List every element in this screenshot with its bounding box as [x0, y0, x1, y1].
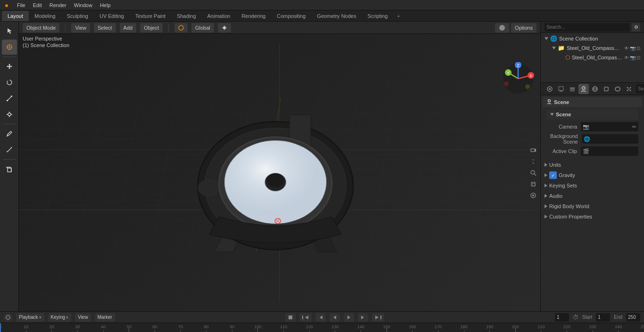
move-tool-button[interactable] — [2, 59, 17, 74]
transform-space-button[interactable]: Global — [191, 23, 214, 32]
camera-view-icon[interactable] — [528, 145, 538, 155]
props-modifier-icon[interactable] — [612, 84, 623, 94]
tab-rendering[interactable]: Rendering — [236, 11, 271, 21]
menu-edit[interactable]: Edit — [29, 0, 46, 10]
tab-animation[interactable]: Animation — [202, 11, 236, 21]
camera-edit-icon[interactable]: ✏ — [632, 124, 636, 130]
props-keying-sets-header[interactable]: Keying Sets — [543, 181, 642, 190]
add-cube-button[interactable] — [2, 162, 17, 177]
step-forward-button[interactable] — [358, 313, 368, 322]
view-menu-button[interactable]: View — [71, 23, 90, 32]
pan-view-icon[interactable] — [528, 156, 538, 167]
props-gravity-header[interactable]: ✓ Gravity — [543, 170, 642, 180]
add-menu-button[interactable]: Add — [120, 23, 137, 32]
select-menu-button[interactable]: Select — [94, 23, 116, 32]
svg-marker-108 — [333, 316, 336, 319]
tab-geometry-nodes[interactable]: Geometry Nodes — [311, 11, 362, 21]
start-frame-input[interactable]: 1 — [596, 313, 610, 322]
background-scene-value[interactable]: 🌐 — [582, 134, 638, 144]
tab-uv-editing[interactable]: UV Editing — [94, 11, 130, 21]
item-1-render-icon[interactable]: 📷 — [630, 55, 636, 60]
props-world-icon[interactable] — [590, 84, 600, 94]
playback-menu-button[interactable]: Playback ▾ — [16, 313, 44, 322]
end-frame-input[interactable]: 250 — [626, 313, 640, 322]
gravity-checkbox[interactable]: ✓ — [549, 171, 557, 179]
svg-point-58 — [198, 179, 219, 195]
item-1-select-icon[interactable]: ⊡ — [636, 55, 640, 60]
viewport-canvas[interactable]: User Perspective (1) Scene Collection X … — [19, 34, 540, 311]
menu-render[interactable]: Render — [46, 0, 70, 10]
menu-window[interactable]: Window — [70, 0, 96, 10]
menu-help[interactable]: Help — [96, 0, 115, 10]
jump-to-end-button[interactable] — [372, 313, 384, 322]
viewport-shading-button[interactable] — [495, 23, 509, 32]
svg-line-46 — [444, 98, 468, 251]
local-view-icon[interactable] — [528, 190, 538, 201]
item-0-render-icon[interactable]: 📷 — [630, 46, 636, 51]
tab-compositing[interactable]: Compositing — [271, 11, 311, 21]
header-sep-2 — [168, 24, 169, 32]
current-frame-input[interactable]: 1 — [555, 313, 569, 322]
item-0-visibility-icon[interactable]: 👁 — [624, 46, 629, 51]
timeline-ruler[interactable]: 0102030405060708090100110120130140150160… — [0, 323, 644, 332]
outliner-search-input[interactable] — [545, 23, 630, 32]
options-button[interactable]: Options — [511, 23, 537, 32]
props-audio-header[interactable]: Audio — [543, 191, 642, 201]
timeline-view-menu-button[interactable]: View — [75, 313, 91, 322]
pivot-point-button[interactable] — [218, 23, 231, 32]
item-0-select-icon[interactable]: ⊡ — [636, 46, 640, 51]
cursor-tool-button[interactable] — [2, 40, 17, 55]
transform-tool-button[interactable] — [2, 107, 17, 122]
tab-scripting[interactable]: Scripting — [362, 11, 393, 21]
props-units-header[interactable]: Units — [543, 160, 642, 170]
jump-to-start-button[interactable] — [299, 313, 312, 322]
props-custom-properties-header[interactable]: Custom Properties — [543, 212, 642, 221]
props-scene-subsection-header[interactable]: Scene — [546, 109, 638, 120]
properties-search-input[interactable] — [636, 84, 644, 94]
camera-value[interactable]: 📷 ✏ — [581, 122, 638, 131]
props-view-layer-icon[interactable] — [567, 84, 578, 94]
outliner-scene-collection[interactable]: 🌐 Scene Collection — [541, 34, 644, 43]
tab-shading[interactable]: Shading — [171, 11, 201, 21]
menu-file[interactable]: File — [13, 0, 29, 10]
keying-menu-button[interactable]: Keying ▾ — [48, 313, 72, 322]
outliner-item-0[interactable]: 📁 Steel_Old_Compass_for_Ship 👁 📷 ⊡ — [541, 43, 644, 53]
play-back-button[interactable] — [330, 313, 340, 322]
tab-modeling[interactable]: Modeling — [29, 11, 61, 21]
item-1-visibility-icon[interactable]: 👁 — [624, 55, 629, 60]
measure-tool-button[interactable] — [2, 142, 17, 157]
toggle-ortho-icon[interactable] — [528, 179, 538, 189]
zoom-view-icon[interactable] — [528, 168, 538, 178]
scale-tool-button[interactable] — [2, 91, 17, 106]
step-back-button[interactable] — [315, 313, 326, 322]
props-particles-icon[interactable] — [624, 84, 634, 94]
props-scene-section: Scene Scene Camera 📷 — [543, 97, 642, 158]
annotate-tool-button[interactable] — [2, 126, 17, 141]
toolbar-separator-2 — [3, 124, 16, 124]
stop-button[interactable] — [285, 313, 296, 322]
autokey-indicator[interactable] — [4, 313, 12, 322]
add-workspace-button[interactable]: + — [393, 11, 404, 21]
props-object-icon[interactable] — [601, 84, 611, 94]
orientation-gizmo[interactable]: X Y Z — [502, 62, 535, 95]
transform-mode-button[interactable] — [174, 23, 188, 32]
object-menu-button[interactable]: Object — [140, 23, 163, 32]
gizmo-overlay[interactable]: X Y Z — [502, 62, 535, 95]
select-tool-button[interactable] — [2, 24, 17, 39]
tab-layout[interactable]: Layout — [2, 11, 29, 21]
tab-texture-paint[interactable]: Texture Paint — [130, 11, 171, 21]
outliner-filter-button[interactable]: ⚙ — [632, 23, 640, 32]
blender-logo[interactable]: ● — [0, 0, 13, 10]
props-output-icon[interactable] — [556, 84, 566, 94]
play-forward-button[interactable] — [344, 313, 354, 322]
marker-menu-button[interactable]: Marker — [95, 313, 115, 322]
props-render-icon[interactable] — [545, 84, 555, 94]
props-rigid-body-header[interactable]: Rigid Body World — [543, 202, 642, 211]
rotate-tool-button[interactable] — [2, 75, 17, 90]
object-mode-button[interactable]: Object Mode — [23, 23, 59, 32]
props-scene-icon[interactable] — [578, 84, 589, 94]
tab-sculpting[interactable]: Sculpting — [61, 11, 94, 21]
props-scene-header[interactable]: Scene — [543, 97, 642, 107]
outliner-item-1[interactable]: ⬡ Steel_Old_Compass_for... 👁 📷 ⊡ — [541, 53, 644, 62]
active-clip-value[interactable]: 🎬 — [581, 146, 638, 156]
